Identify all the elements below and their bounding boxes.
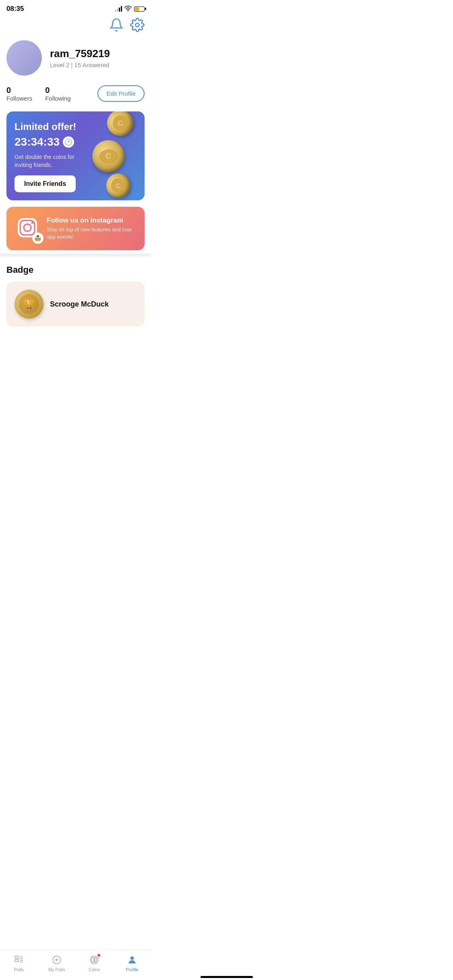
signal-bars-icon	[115, 6, 122, 12]
avatar	[6, 40, 42, 76]
followers-stat[interactable]: 0 Followers	[6, 86, 32, 102]
svg-point-18	[37, 235, 39, 237]
offer-description: Get double the coins for inviting friend…	[14, 153, 87, 169]
following-stat[interactable]: 0 Following	[45, 86, 70, 102]
following-count: 0	[45, 86, 50, 95]
badge-card[interactable]: 🏆 Scrooge McDuck	[6, 282, 145, 327]
svg-point-5	[110, 177, 127, 194]
status-icons	[115, 6, 145, 12]
instagram-text: Follow us on Instagram Stay on top of ne…	[47, 216, 137, 241]
status-time: 08:35	[6, 5, 24, 13]
svg-point-10	[31, 222, 33, 224]
svg-text:C: C	[105, 151, 112, 161]
limited-offer-card[interactable]: Limited offer! 23:34:33 🕐 Get double the…	[6, 111, 145, 200]
username: ram_759219	[50, 47, 110, 60]
instagram-title: Follow us on Instagram	[47, 216, 137, 224]
svg-text:C: C	[115, 182, 122, 190]
coin-3: C	[103, 171, 133, 200]
instagram-description: Stay on top of new features and cool app…	[47, 226, 137, 241]
badge-section: Badge 🏆 Scrooge McDuck	[0, 257, 151, 327]
instagram-logo-wrap	[14, 215, 40, 242]
profile-section: ram_759219 Level 2 | 15 Answered	[0, 37, 151, 85]
badge-name: Scrooge McDuck	[50, 300, 109, 309]
following-label: Following	[45, 95, 70, 102]
edit-profile-button[interactable]: Edit Profile	[97, 85, 145, 102]
svg-point-3	[99, 149, 118, 163]
wifi-icon	[124, 6, 132, 12]
svg-point-0	[136, 23, 139, 27]
notification-button[interactable]	[109, 18, 124, 32]
offer-title: Limited offer!	[14, 121, 137, 132]
badge-section-title: Badge	[6, 265, 145, 275]
followers-label: Followers	[6, 95, 32, 102]
followers-count: 0	[6, 86, 11, 95]
instagram-card[interactable]: Follow us on Instagram Stay on top of ne…	[6, 207, 145, 250]
battery-icon	[134, 6, 145, 12]
timer-value: 23:34:33	[14, 136, 60, 148]
bee-badge	[32, 233, 43, 244]
status-bar: 08:35	[0, 0, 151, 16]
settings-button[interactable]	[130, 18, 145, 32]
badge-medal: 🏆	[14, 290, 43, 319]
level-info: Level 2 | 15 Answered	[50, 62, 110, 68]
top-action-bar	[0, 16, 151, 37]
section-separator	[0, 253, 151, 257]
clock-icon: 🕐	[63, 136, 74, 148]
stats-row: 0 Followers 0 Following Edit Profile	[0, 85, 151, 111]
invite-friends-button[interactable]: Invite Friends	[14, 175, 76, 192]
profile-info: ram_759219 Level 2 | 15 Answered	[50, 47, 110, 68]
content-area: Limited offer! 23:34:33 🕐 Get double the…	[0, 111, 151, 250]
badge-medal-inner: 🏆	[19, 294, 39, 314]
offer-timer: 23:34:33 🕐	[14, 136, 137, 148]
svg-point-19	[37, 236, 37, 236]
